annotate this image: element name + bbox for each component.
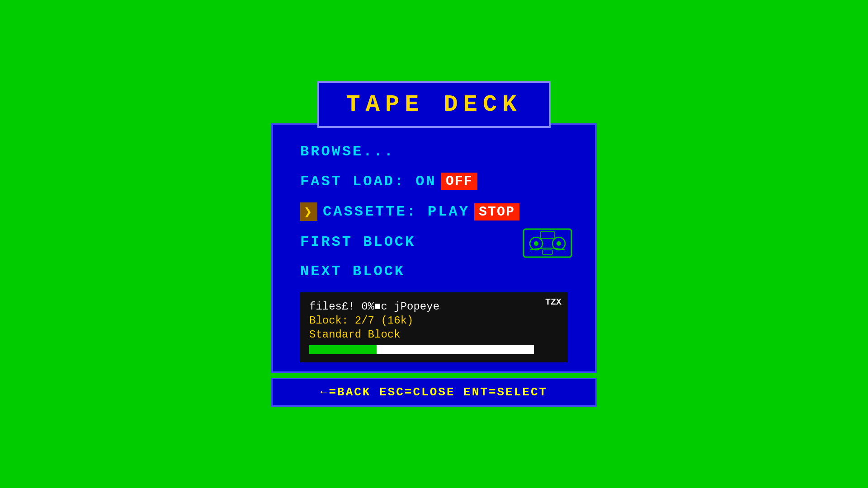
info-block-type: Standard Block <box>309 328 559 341</box>
svg-point-2 <box>534 241 538 246</box>
fast-load-badge: OFF <box>441 173 477 190</box>
menu-item-fast-load[interactable]: FAST LOAD: ON OFF <box>300 173 568 190</box>
progress-bar <box>309 345 534 354</box>
title-box: TAPE DECK <box>317 81 551 128</box>
first-block-label: FIRST BLOCK <box>300 234 415 250</box>
svg-point-4 <box>557 241 561 246</box>
menu-item-next-block[interactable]: NEXT BLOCK <box>300 263 568 280</box>
info-filename: files£! 0%■c jPopeye <box>309 300 559 313</box>
bottom-bar: ←=BACK ESC=CLOSE ENT=SELECT <box>271 378 597 407</box>
progress-fill <box>309 345 377 354</box>
page-title: TAPE DECK <box>346 91 522 118</box>
svg-rect-0 <box>524 229 571 257</box>
cassette-label: CASSETTE: PLAY <box>323 203 470 220</box>
main-panel: BROWSE... FAST LOAD: ON OFF ❯ CASSETTE: … <box>271 123 597 373</box>
fast-load-label: FAST LOAD: ON <box>300 173 437 190</box>
menu-item-cassette[interactable]: ❯ CASSETTE: PLAY STOP <box>300 202 568 221</box>
next-block-label: NEXT BLOCK <box>300 263 405 280</box>
info-panel: TZX files£! 0%■c jPopeye Block: 2/7 (16k… <box>300 292 568 362</box>
menu-item-browse[interactable]: BROWSE... <box>300 143 568 160</box>
bottom-bar-text: ←=BACK ESC=CLOSE ENT=SELECT <box>321 385 547 399</box>
svg-rect-5 <box>541 231 554 239</box>
tzx-label: TZX <box>545 297 561 307</box>
info-block: Block: 2/7 (16k) <box>309 314 559 327</box>
app-container: TAPE DECK BROWSE... FAST LOAD: ON OFF ❯ … <box>271 81 597 407</box>
svg-rect-6 <box>542 250 552 254</box>
browse-label: BROWSE... <box>300 143 395 160</box>
cassette-icon <box>523 225 572 261</box>
cassette-badge: STOP <box>474 203 519 221</box>
cassette-selector: ❯ <box>300 202 317 221</box>
